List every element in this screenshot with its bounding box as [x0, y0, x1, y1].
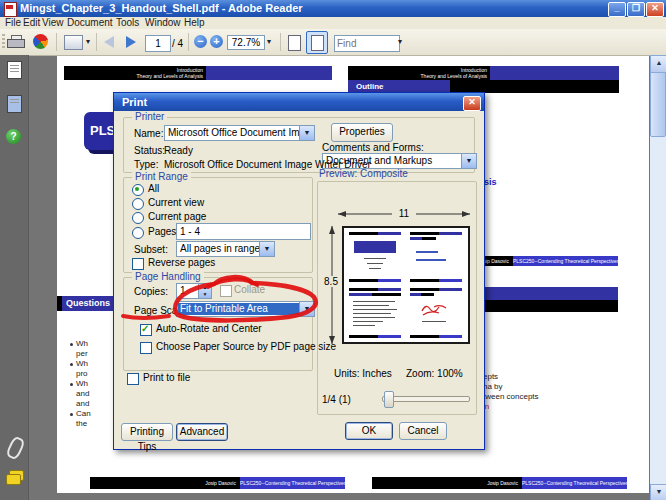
page-number-input[interactable]: [145, 35, 171, 52]
pdf-app-icon: [4, 2, 17, 17]
cancel-button[interactable]: Cancel: [399, 422, 447, 440]
printer-name-select[interactable]: Microsoft Office Document Image Writer▼: [164, 125, 315, 141]
auto-rotate-checkbox[interactable]: [140, 324, 152, 336]
fit-page-view-button[interactable]: [306, 31, 328, 54]
text-fragment: epts: [483, 372, 498, 381]
pages-range-input[interactable]: [176, 223, 311, 240]
slide1-header-blue: [206, 66, 332, 80]
preview-zoom-label: Zoom: 100%: [406, 368, 463, 380]
bullet-fragment: pro: [76, 369, 88, 378]
zoom-dropdown-caret[interactable]: ▾: [267, 32, 271, 52]
menu-tools[interactable]: Tools: [116, 17, 139, 29]
vertical-scrollbar[interactable]: ▲ ▼: [650, 55, 666, 500]
email-button[interactable]: [64, 35, 83, 55]
slider-thumb[interactable]: [384, 391, 394, 408]
collate-label: Collate: [234, 284, 265, 296]
radio-pages[interactable]: [132, 227, 144, 239]
single-page-view-icon[interactable]: [288, 35, 301, 51]
print-range-group-label: Print Range: [132, 171, 191, 183]
radio-current-page[interactable]: [132, 212, 144, 224]
slide1-header-black: IntroductionTheory and Levels of Analysi…: [64, 66, 206, 80]
advanced-button[interactable]: Advanced: [176, 423, 228, 441]
reverse-pages-label: Reverse pages: [148, 257, 215, 269]
scroll-up-arrow[interactable]: ▲: [650, 55, 666, 73]
subset-label: Subset:: [134, 244, 168, 256]
find-dropdown-caret[interactable]: ▾: [398, 32, 402, 52]
slide4-footer-blue: PLSC250--Contending Theoretical Perspect…: [522, 477, 627, 489]
printer-name-label: Name:: [134, 128, 163, 140]
page-total-label: / 4: [172, 38, 183, 49]
bullet-fragment: and: [76, 399, 89, 408]
chevron-down-icon[interactable]: ▼: [461, 154, 476, 168]
printer-type-label: Type:: [134, 159, 158, 171]
toolbar-separator: [96, 33, 97, 51]
bullet-fragment: Can: [76, 409, 91, 418]
scroll-down-arrow[interactable]: ▼: [650, 484, 666, 500]
slide2-header-black: IntroductionTheory and Levels of Analysi…: [348, 66, 490, 80]
analysis-text-fragment: sis: [484, 177, 497, 187]
radio-current-view[interactable]: [132, 198, 144, 210]
bullet-fragment: per: [76, 349, 88, 358]
menu-window[interactable]: Window: [145, 17, 181, 29]
bullet-dot: [70, 363, 73, 366]
zoom-out-icon[interactable]: −: [194, 35, 207, 48]
ok-button[interactable]: OK: [345, 422, 393, 440]
print-dialog: Print ✕ Printer Name: Microsoft Office D…: [113, 92, 485, 450]
find-input[interactable]: [334, 35, 400, 52]
bullet-fragment: the: [76, 419, 87, 428]
toolbar-separator: [280, 33, 281, 51]
menu-document[interactable]: Document: [67, 17, 113, 29]
how-to-icon[interactable]: ?: [6, 129, 21, 144]
outline-title: Outline: [348, 82, 384, 91]
printing-tips-button[interactable]: Printing Tips: [121, 423, 173, 441]
print-to-file-checkbox[interactable]: [127, 373, 139, 385]
create-pdf-button[interactable]: [33, 34, 48, 54]
preview-slide-2: [408, 231, 464, 283]
collate-checkbox[interactable]: [220, 285, 232, 297]
print-range-group: Print Range All Current view Current pag…: [123, 177, 313, 273]
properties-button[interactable]: Properties: [331, 123, 393, 142]
pages-icon[interactable]: [7, 61, 22, 79]
slide2-footer-blue: PLSC250--Contending Theoretical Perspect…: [513, 256, 618, 266]
copies-stepper[interactable]: 1 ▲▼: [176, 283, 212, 299]
menu-file[interactable]: File: [5, 17, 21, 29]
previous-view-icon[interactable]: [104, 36, 114, 48]
chevron-down-icon[interactable]: ▼: [299, 126, 314, 140]
radio-all[interactable]: [132, 184, 144, 196]
close-button[interactable]: ✕: [646, 2, 664, 17]
reverse-pages-checkbox[interactable]: [132, 258, 144, 270]
comments-icon[interactable]: [6, 470, 22, 484]
page-scaling-select[interactable]: Fit to Printable Area▼: [176, 301, 315, 317]
window-title: Mingst_Chapter_3_Handout_Shell.pdf - Ado…: [20, 0, 303, 17]
chevron-down-icon[interactable]: ▼: [259, 242, 274, 256]
menu-help[interactable]: Help: [184, 17, 205, 29]
next-view-icon[interactable]: [126, 36, 136, 48]
attachments-icon[interactable]: [5, 435, 26, 460]
print-dialog-close-icon[interactable]: ✕: [463, 96, 481, 111]
email-dropdown-caret[interactable]: ▾: [86, 32, 90, 52]
maximize-button[interactable]: ❐: [627, 2, 645, 17]
minimize-button[interactable]: _: [608, 2, 626, 17]
print-dialog-title-bar[interactable]: Print: [114, 93, 484, 111]
title-bar: Mingst_Chapter_3_Handout_Shell.pdf - Ado…: [0, 0, 666, 17]
zoom-level-box[interactable]: 72.7%: [227, 35, 265, 50]
page-indicator: 1/4 (1): [322, 394, 351, 406]
slide3-footer-blue: PLSC250--Contending Theoretical Perspect…: [240, 477, 345, 489]
page-width-value: 11: [392, 208, 416, 219]
menu-edit[interactable]: Edit: [23, 17, 40, 29]
printer-status-value: Ready: [164, 145, 193, 157]
stepper-arrows-icon[interactable]: ▲▼: [198, 284, 211, 298]
paper-source-label: Choose Paper Source by PDF page size: [156, 341, 336, 353]
chevron-down-icon[interactable]: ▼: [299, 302, 314, 316]
menu-view[interactable]: View: [42, 17, 64, 29]
print-to-file-label: Print to file: [143, 372, 190, 384]
zoom-in-icon[interactable]: +: [210, 35, 223, 48]
preview-page-slider[interactable]: [382, 396, 470, 402]
text-fragment: na by: [483, 382, 503, 391]
adobe-reader-window: Mingst_Chapter_3_Handout_Shell.pdf - Ado…: [0, 0, 666, 500]
create-pdf-icon: [33, 34, 48, 49]
paper-source-checkbox[interactable]: [140, 342, 152, 354]
subset-select[interactable]: All pages in range▼: [176, 241, 275, 257]
toolbar-separator: [188, 33, 189, 51]
bookmarks-icon[interactable]: [7, 95, 22, 113]
